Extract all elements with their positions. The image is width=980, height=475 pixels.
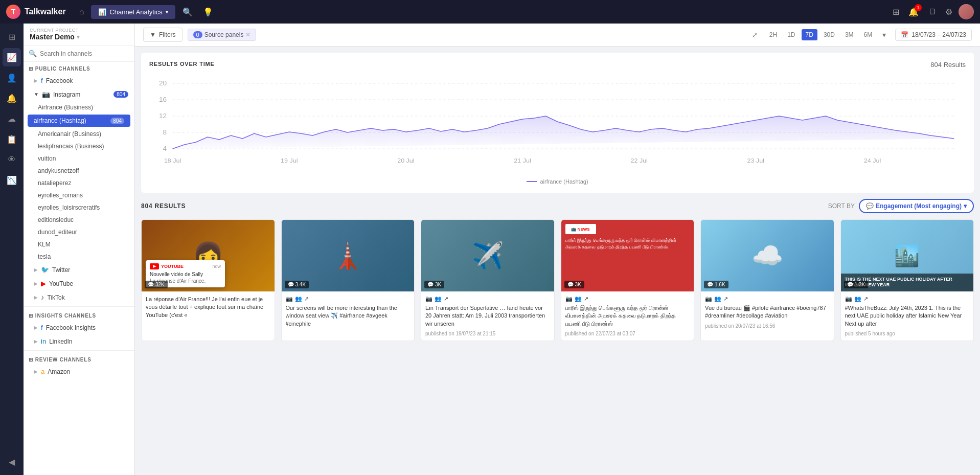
result-card-4[interactable]: 📺 NEWS பாரீஸ் இருந்து பெங்களூரு வந்த மூர… <box>561 219 695 341</box>
sub-natalieperez[interactable]: natalieperez <box>24 177 134 189</box>
public-channels-header[interactable]: ⊞ PUBLIC CHANNELS <box>24 62 134 74</box>
nav-collapse[interactable]: ◀ <box>3 453 21 471</box>
sort-dropdown-button[interactable]: 💬 Engagement (Most engaging) ▾ <box>859 199 974 213</box>
card-body-3: 📷 👥 ↗ Ein Transport der Superlative … fa… <box>421 291 554 341</box>
bulb-icon[interactable]: 💡 <box>200 4 216 20</box>
svg-text:22 Jul: 22 Jul <box>630 157 647 164</box>
svg-text:16: 16 <box>159 96 167 103</box>
sidebar-item-instagram[interactable]: ▼ 📷 Instagram 804 <box>24 87 134 101</box>
sub-airfrance-hashtag[interactable]: airfrance (Hashtag) 804 <box>28 115 130 127</box>
sidebar-item-tiktok[interactable]: ▶ ♪ TikTok <box>24 290 134 304</box>
svg-text:20: 20 <box>159 80 167 87</box>
insights-expand-icon: ⊞ <box>29 313 33 319</box>
comment-icon: 💬 <box>148 282 154 287</box>
sidebar-item-linkedin[interactable]: ▶ in LinkedIn <box>24 334 134 348</box>
card-image-5: ☁️ 💬 1.6K <box>701 220 834 291</box>
sidebar-item-facebook-insights[interactable]: ▶ f Facebook Insights <box>24 321 134 334</box>
monitor-icon[interactable]: 🖥 <box>925 4 939 19</box>
channel-analytics-tab[interactable]: 📊 Channel Analytics ▾ <box>91 5 175 19</box>
stat-value-2: 3.4K <box>295 282 306 287</box>
nav-analytics[interactable]: 📈 <box>3 48 21 66</box>
sub-vuitton[interactable]: vuitton <box>24 152 134 165</box>
result-card-1[interactable]: 👩 YOUTUBE now Nouvelle vidéo de Sally <box>141 219 275 341</box>
sidebar-item-amazon[interactable]: ▶ a Amazon <box>24 365 134 378</box>
time-2h-button[interactable]: 2H <box>765 29 781 40</box>
linkedin-icon: in <box>41 337 46 345</box>
gear-icon[interactable]: ⚙ <box>942 4 955 20</box>
main-layout: ⊞ 📈 👤 🔔 ☁ 📋 👁 📉 ◀ CURRENT PROJECT Master… <box>0 24 980 475</box>
time-6m-button[interactable]: 6M <box>860 29 877 40</box>
sidebar-item-twitter[interactable]: ▶ 🐦 Twitter <box>24 263 134 277</box>
filters-label: Filters <box>159 31 176 38</box>
card-stat-overlay-4: 💬 3K <box>564 281 584 288</box>
time-more-button[interactable]: ▾ <box>878 29 890 41</box>
time-30d-button[interactable]: 30D <box>819 29 839 40</box>
home-icon[interactable]: ⌂ <box>76 4 87 19</box>
expand-button[interactable]: ⤢ <box>749 29 760 41</box>
search-icon[interactable]: 🔍 <box>179 4 196 20</box>
sub-americanair[interactable]: Americanair (Business) <box>24 128 134 140</box>
nav-alerts[interactable]: 🔔 <box>3 89 21 107</box>
sub-klm[interactable]: KLM <box>24 238 134 251</box>
svg-text:4: 4 <box>163 145 167 152</box>
source-panels-close-icon[interactable]: ✕ <box>245 31 250 38</box>
multi-icon: 👥 <box>295 296 302 302</box>
nav-visibility[interactable]: 👁 <box>3 150 21 169</box>
chevron-down-icon: ▾ <box>166 9 168 15</box>
time-period-controls: 2H 1D 7D 30D 3M 6M ▾ <box>765 29 890 41</box>
top-navigation: T Talkwalker ⌂ 📊 Channel Analytics ▾ 🔍 💡… <box>0 0 980 24</box>
result-card-2[interactable]: 🗼 💬 3.4K 📷 👥 ↗ Our screens will be more <box>281 219 415 341</box>
sub-tesla[interactable]: tesla <box>24 251 134 263</box>
result-card-5[interactable]: ☁️ 💬 1.6K 📷 👥 ↗ Vue du bureau 🎬 #pilote <box>700 219 834 341</box>
card-body-1: La réponse d'Air France!!! Je l'ai enfin… <box>142 291 275 326</box>
sub-editionsleduc[interactable]: editionsleduc <box>24 214 134 226</box>
time-3m-button[interactable]: 3M <box>841 29 858 40</box>
user-avatar[interactable] <box>959 4 974 19</box>
main-content: ▼ Filters 0 Source panels ✕ ⤢ 2H 1D 7D 3… <box>135 24 980 475</box>
insights-channels-label: INSIGHTS CHANNELS <box>35 313 96 319</box>
chevron-right-icon: ▶ <box>34 369 38 374</box>
card-text-2: Our screens will be more interesting tha… <box>286 304 411 328</box>
result-card-3[interactable]: ✈️ 💬 3K 📷 👥 ↗ Ein Transport der Superlat… <box>421 219 555 341</box>
nav-cloud[interactable]: ☁ <box>3 109 21 128</box>
search-input[interactable] <box>40 50 129 57</box>
review-channels-header[interactable]: ⊞ REVIEW CHANNELS <box>24 353 134 365</box>
chart-header: 804 Results RESULTS OVER TIME <box>149 61 966 67</box>
sidebar-item-youtube[interactable]: ▶ ▶ YouTube <box>24 277 134 290</box>
project-chevron-icon[interactable]: ▾ <box>77 34 80 40</box>
yt-notif-text1: Nouvelle vidéo de Sally <box>150 271 221 278</box>
date-range-picker[interactable]: 📅 18/07/23 – 24/07/23 <box>895 29 972 41</box>
nav-reports[interactable]: 📋 <box>3 130 21 148</box>
card-text-3: Ein Transport der Superlative … fand heu… <box>425 304 550 328</box>
divider-review <box>24 350 134 351</box>
sidebar-item-facebook[interactable]: ▶ f Facebook <box>24 74 134 87</box>
source-panels-filter[interactable]: 0 Source panels ✕ <box>188 29 257 41</box>
nav-trends[interactable]: 📉 <box>3 171 21 189</box>
card-body-6: 📷 👥 ↗ #WhatsTheBuzz: July 24th, 2023 1. … <box>841 291 974 341</box>
time-1d-button[interactable]: 1D <box>783 29 799 40</box>
sub-eyrolles-loisirs[interactable]: eyrolles_loisirscreratifs <box>24 201 134 214</box>
sub-leslipfrancais[interactable]: leslipfrancais (Business) <box>24 140 134 152</box>
filters-button[interactable]: ▼ Filters <box>143 28 183 42</box>
nav-dashboard[interactable]: ⊞ <box>3 28 21 46</box>
sub-airfrance-business[interactable]: Airfrance (Business) <box>24 101 134 114</box>
source-panels-label: Source panels <box>204 31 244 38</box>
time-7d-button[interactable]: 7D <box>802 29 817 40</box>
chart-svg: 20 16 12 8 4 <box>149 73 966 165</box>
sub-andykusnetzoff[interactable]: andykusnetzoff <box>24 165 134 177</box>
notifications-icon[interactable]: 🔔 1 <box>905 4 922 20</box>
card-meta-5: published on 20/07/23 at 16:56 <box>705 323 830 329</box>
svg-text:23 Jul: 23 Jul <box>747 157 764 164</box>
share-icon: ↗ <box>723 296 728 302</box>
app-logo[interactable]: T Talkwalker <box>6 5 66 19</box>
sub-eyrolles-romans[interactable]: eyrolles_romans <box>24 189 134 201</box>
grid-icon[interactable]: ⊞ <box>890 4 902 20</box>
notification-count: 1 <box>915 5 921 11</box>
nav-users[interactable]: 👤 <box>3 69 21 87</box>
card-image-4: 📺 NEWS பாரீஸ் இருந்து பெங்களூரு வந்த மூர… <box>561 220 694 291</box>
insights-channels-header[interactable]: ⊞ INSIGHTS CHANNELS <box>24 309 134 321</box>
result-card-6[interactable]: 🏙️ THIS IS THE NEXT UAE PUBLIC HOLIDAY A… <box>840 219 974 341</box>
sub-dunod[interactable]: dunod_editeur <box>24 226 134 238</box>
results-section: 804 RESULTS SORT BY 💬 Engagement (Most e… <box>135 193 980 475</box>
comment-icon: 💬 <box>427 282 434 287</box>
